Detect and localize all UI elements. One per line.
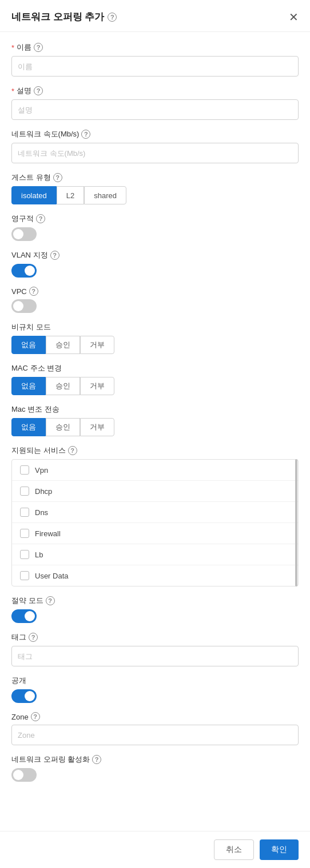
persistent-help-icon[interactable]: ? xyxy=(36,214,45,223)
public-label: 공개 xyxy=(11,676,299,686)
service-item-dhcp[interactable]: Dhcp xyxy=(12,481,298,502)
public-slider xyxy=(11,689,37,703)
dhcp-checkbox[interactable] xyxy=(20,487,29,496)
guest-type-section: 게스트 유형 ? isolated L2 shared xyxy=(11,172,299,204)
name-input[interactable] xyxy=(11,56,299,77)
conservation-toggle[interactable] xyxy=(11,609,37,623)
network-offering-toggle-wrapper xyxy=(11,768,299,782)
persistent-label: 영구적 ? xyxy=(11,214,299,224)
services-help-icon[interactable]: ? xyxy=(68,446,77,455)
desc-section: * 설명 ? xyxy=(11,86,299,120)
modal-title-text: 네트워크 오퍼링 추가 xyxy=(11,10,104,23)
mac-forged-allow-btn[interactable]: 승인 xyxy=(46,418,80,436)
dhcp-label: Dhcp xyxy=(35,487,52,496)
persistent-toggle-wrapper xyxy=(11,227,299,241)
guest-type-l2-btn[interactable]: L2 xyxy=(57,186,84,204)
vlan-slider xyxy=(11,264,37,278)
speed-label: 네트워크 속도(Mb/s) ? xyxy=(11,129,299,139)
service-item-dns[interactable]: Dns xyxy=(12,502,298,523)
promiscuous-button-group: 없음 승인 거부 xyxy=(11,336,299,354)
vlan-help-icon[interactable]: ? xyxy=(50,251,59,260)
vlan-section: VLAN 지정 ? xyxy=(11,250,299,278)
vlan-toggle[interactable] xyxy=(11,264,37,278)
dns-checkbox[interactable] xyxy=(20,508,29,517)
promiscuous-label: 비규치 모드 xyxy=(11,322,299,332)
desc-label: * 설명 ? xyxy=(11,86,299,96)
vpc-label: VPC ? xyxy=(11,287,299,296)
mac-change-deny-btn[interactable]: 거부 xyxy=(80,377,114,395)
service-item-firewall[interactable]: Firewall xyxy=(12,523,298,544)
firewall-checkbox[interactable] xyxy=(20,529,29,538)
persistent-toggle[interactable] xyxy=(11,227,37,241)
public-section: 공개 xyxy=(11,676,299,703)
userdata-label: User Data xyxy=(35,572,69,580)
speed-help-icon[interactable]: ? xyxy=(81,130,90,139)
modal-footer: 취소 확인 xyxy=(0,831,310,868)
mac-change-allow-btn[interactable]: 승인 xyxy=(46,377,80,395)
cancel-button[interactable]: 취소 xyxy=(214,839,254,860)
speed-section: 네트워크 속도(Mb/s) ? xyxy=(11,129,299,163)
services-scroll-area: Vpn Dhcp Dns Firewall xyxy=(11,459,299,586)
network-offering-label: 네트워크 오퍼링 활성화 ? xyxy=(11,754,299,765)
zone-input[interactable] xyxy=(11,725,299,745)
vpc-slider xyxy=(11,299,37,313)
tag-input[interactable] xyxy=(11,646,299,666)
vlan-toggle-wrapper xyxy=(11,264,299,278)
zone-help-icon[interactable]: ? xyxy=(31,712,40,721)
service-item-lb[interactable]: Lb xyxy=(12,544,298,565)
mac-change-label: MAC 주소 변경 xyxy=(11,363,299,373)
vlan-label: VLAN 지정 ? xyxy=(11,250,299,260)
services-section: 지원되는 서비스 ? Vpn Dhcp Dns xyxy=(11,445,299,586)
public-toggle-wrapper xyxy=(11,689,299,703)
desc-required: * xyxy=(11,87,14,95)
promiscuous-none-btn[interactable]: 없음 xyxy=(11,336,46,354)
zone-section: Zone ? xyxy=(11,712,299,745)
network-offering-help-icon[interactable]: ? xyxy=(92,755,101,764)
guest-type-shared-btn[interactable]: shared xyxy=(84,186,126,204)
promiscuous-allow-btn[interactable]: 승인 xyxy=(46,336,80,354)
mac-change-none-btn[interactable]: 없음 xyxy=(11,377,46,395)
modal-title: 네트워크 오퍼링 추가 ? xyxy=(11,10,117,23)
guest-type-button-group: isolated L2 shared xyxy=(11,186,299,204)
tag-help-icon[interactable]: ? xyxy=(29,633,38,642)
title-help-icon[interactable]: ? xyxy=(108,13,117,22)
promiscuous-deny-btn[interactable]: 거부 xyxy=(80,336,114,354)
firewall-label: Firewall xyxy=(35,529,61,538)
mac-forged-none-btn[interactable]: 없음 xyxy=(11,418,46,436)
public-toggle[interactable] xyxy=(11,689,37,703)
mac-change-section: MAC 주소 변경 없음 승인 거부 xyxy=(11,363,299,395)
services-list: Vpn Dhcp Dns Firewall xyxy=(11,459,299,586)
confirm-button[interactable]: 확인 xyxy=(260,839,299,860)
services-label: 지원되는 서비스 ? xyxy=(11,445,299,456)
guest-type-help-icon[interactable]: ? xyxy=(53,173,62,182)
vpc-section: VPC ? xyxy=(11,287,299,313)
speed-input[interactable] xyxy=(11,143,299,163)
dns-label: Dns xyxy=(35,508,48,517)
persistent-slider xyxy=(11,227,37,241)
network-offering-toggle[interactable] xyxy=(11,768,37,782)
desc-help-icon[interactable]: ? xyxy=(34,86,43,95)
vpn-checkbox[interactable] xyxy=(20,465,29,475)
userdata-checkbox[interactable] xyxy=(20,571,29,580)
guest-type-label: 게스트 유형 ? xyxy=(11,172,299,183)
vpc-toggle[interactable] xyxy=(11,299,37,313)
lb-checkbox[interactable] xyxy=(20,550,29,559)
service-item-userdata[interactable]: User Data xyxy=(12,565,298,586)
name-help-icon[interactable]: ? xyxy=(34,43,43,52)
desc-input[interactable] xyxy=(11,99,299,120)
network-offering-slider xyxy=(11,768,37,782)
vpn-label: Vpn xyxy=(35,466,48,475)
service-item-vpn[interactable]: Vpn xyxy=(12,460,298,481)
conservation-toggle-wrapper xyxy=(11,609,299,623)
close-icon[interactable]: ✕ xyxy=(289,11,299,23)
lb-label: Lb xyxy=(35,550,43,559)
mac-forged-deny-btn[interactable]: 거부 xyxy=(80,418,114,436)
mac-forged-label: Mac 변조 전송 xyxy=(11,404,299,415)
zone-label: Zone ? xyxy=(11,712,299,721)
tag-label: 태그 ? xyxy=(11,632,299,642)
vpc-help-icon[interactable]: ? xyxy=(29,287,38,296)
guest-type-isolated-btn[interactable]: isolated xyxy=(11,186,57,204)
vpc-toggle-wrapper xyxy=(11,299,299,313)
conservation-help-icon[interactable]: ? xyxy=(46,596,55,605)
conservation-label: 절약 모드 ? xyxy=(11,596,299,606)
